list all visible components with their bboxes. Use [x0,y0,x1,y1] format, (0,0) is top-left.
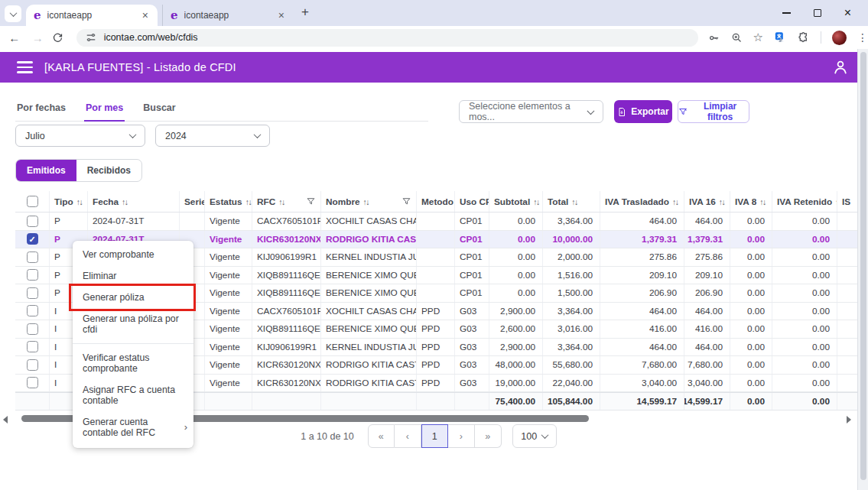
column-header[interactable]: Subtotal↑↓ [489,191,543,212]
sort-icon[interactable]: ↑↓ [571,197,577,206]
sort-icon[interactable]: ↑↓ [533,197,539,206]
sort-icon[interactable]: ↑↓ [719,197,725,206]
extensions-puzzle-icon[interactable] [798,31,810,44]
column-header[interactable]: Uso CFDI [455,191,489,212]
minimize-icon[interactable] [782,12,791,14]
month-select[interactable]: Julio [15,125,145,147]
column-header[interactable]: Serie I [180,191,205,212]
sort-icon[interactable]: ↑↓ [672,197,678,206]
translate-icon[interactable] [774,31,787,44]
page-button[interactable]: « [368,424,395,448]
column-header[interactable]: IVA Retenido↑ [772,191,837,212]
column-header[interactable]: IVA 8↑↓ [730,191,772,212]
row-checkbox[interactable] [27,287,38,299]
hamburger-menu-icon[interactable] [17,61,33,73]
page-button[interactable]: 1 [421,424,448,448]
close-window-icon[interactable]: × [844,9,851,17]
menu-item[interactable]: Verificar estatus comprobante [73,347,193,379]
sort-icon[interactable]: ↑↓ [278,197,284,206]
address-bar[interactable]: icontae.com/web/cfdis [76,29,698,47]
cell-iva_trasladado: 464.00 [600,339,684,356]
user-profile-icon[interactable] [831,58,850,76]
sort-icon[interactable]: ↑↓ [363,197,369,206]
clear-filters-label: Limpiar filtros [691,101,749,122]
column-header[interactable]: IVA Trasladado↑↓ [600,191,684,212]
total-rfc [252,393,321,410]
select-all-checkbox[interactable] [27,196,38,207]
maximize-icon[interactable] [814,9,821,17]
filter-icon[interactable] [306,196,316,206]
new-tab-button[interactable]: + [301,5,309,20]
row-checkbox[interactable] [27,251,38,263]
tab-buscar[interactable]: Buscar [141,102,177,121]
sort-icon[interactable]: ↑↓ [245,197,252,206]
toggle-emitidos[interactable]: Emitidos [16,160,76,181]
filter-icon[interactable] [401,196,411,206]
menu-item[interactable]: Generar una póliza por cfdi [73,308,193,340]
row-checkbox-cell [15,375,50,392]
pagination-buttons: «‹1›» [368,424,502,448]
menu-item[interactable]: Asignar RFC a cuenta contable [73,379,193,411]
column-header[interactable]: Estatus↑↓ [205,191,252,212]
tab-search-button[interactable] [5,5,21,22]
cell-iva_retenido: 0.00 [772,375,837,392]
tab-por-fechas[interactable]: Por fechas [15,102,67,121]
column-header[interactable]: Fecha↑↓ [88,191,180,212]
forward-icon[interactable]: → [29,31,47,44]
sort-icon[interactable]: ↑↓ [76,197,83,206]
column-header[interactable]: Tipo↑↓ [50,191,88,212]
password-key-icon[interactable] [707,32,720,44]
export-button[interactable]: Exportar [614,100,672,123]
row-checkbox[interactable] [27,359,38,371]
scrollbar-thumb[interactable] [860,52,866,480]
back-icon[interactable]: ← [5,31,24,44]
columns-multiselect[interactable]: Seleccione elementos a mos... [459,100,603,123]
sort-icon[interactable]: ↑↓ [759,197,766,206]
column-header[interactable]: Total↑↓ [543,191,600,212]
bookmark-star-icon[interactable]: ☆ [753,32,763,43]
column-header[interactable]: RFC↑↓ [252,191,321,212]
cell-iva_16: 464.00 [684,213,730,230]
total-total: 105,844.00 [543,393,600,410]
table-row[interactable]: P2024-07-31TVigenteCACX7605101P8XOCHILT … [15,213,857,231]
page-size-select[interactable]: 100 [512,424,557,448]
column-header[interactable]: Metodo [417,191,455,212]
column-header[interactable]: Nombre↑↓ [321,191,417,212]
close-tab-icon[interactable]: × [141,9,150,21]
close-tab-icon[interactable]: × [277,9,286,21]
row-checkbox[interactable] [27,269,38,281]
row-checkbox[interactable]: ✓ [27,233,38,245]
row-checkbox[interactable] [27,377,38,388]
page-button[interactable]: ‹ [395,424,421,448]
reload-icon[interactable] [52,32,70,44]
clear-filters-button[interactable]: Limpiar filtros [678,100,749,123]
page-button[interactable]: › [448,424,475,448]
site-settings-icon[interactable] [86,32,96,43]
cell-iva_trasladado: 464.00 [600,213,684,230]
row-checkbox[interactable] [27,341,38,352]
cell-iva_16: 7,680.00 [684,356,730,374]
scroll-right-icon[interactable] [847,416,851,423]
vertical-scrollbar[interactable] [857,49,868,490]
row-checkbox[interactable] [27,216,38,227]
zoom-icon[interactable] [731,32,743,44]
total-iva_retenido: 0.00 [772,393,837,410]
column-header[interactable]: IVA 16↑↓ [684,191,730,212]
sort-icon[interactable]: ↑↓ [122,197,128,206]
toggle-recibidos[interactable]: Recibidos [76,160,141,181]
cell-subtotal: 19,000.00 [489,375,543,392]
row-checkbox[interactable] [27,323,38,335]
browser-tab-active[interactable]: e icontaeapp × [26,5,158,26]
profile-avatar[interactable] [832,31,847,45]
cell-rfc: XIQB891116QE4 [252,284,321,302]
column-header[interactable]: IS [837,191,857,212]
page-button[interactable]: » [475,424,502,448]
scroll-left-icon[interactable] [3,416,8,423]
row-checkbox[interactable] [27,305,38,316]
tab-por-mes[interactable]: Por mes [84,102,125,122]
menu-item[interactable]: Ver comprobante [73,244,193,265]
menu-item[interactable]: Generar cuenta contable del RFC› [73,411,193,443]
year-select[interactable]: 2024 [155,125,270,147]
browser-menu-icon[interactable]: ⋮ [857,31,868,44]
browser-tab-inactive[interactable]: e icontaeapp × [162,5,294,26]
